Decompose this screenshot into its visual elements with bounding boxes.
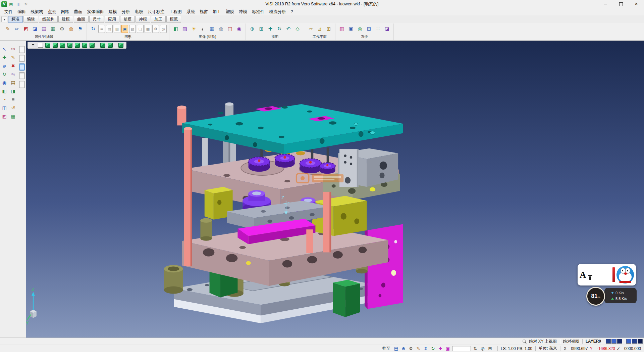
- tab-overflow-button[interactable]: [1, 16, 7, 22]
- view-mode-button[interactable]: 绝对 XY 上视图: [528, 339, 557, 344]
- measure-icon[interactable]: [1, 62, 8, 70]
- palette-side-icon[interactable]: [1, 113, 8, 120]
- quick-save-icon[interactable]: [8, 1, 14, 7]
- report-icon[interactable]: [1, 104, 8, 112]
- undo-history-icon[interactable]: [9, 104, 17, 112]
- notebook-icon[interactable]: [9, 79, 17, 86]
- lighting-icon[interactable]: [190, 25, 198, 33]
- shadow-icon[interactable]: [199, 25, 207, 33]
- menu-item[interactable]: 文件: [2, 8, 15, 15]
- wireframe-board-icon[interactable]: [98, 25, 105, 33]
- view-slot-icon[interactable]: [19, 55, 25, 62]
- surface-box-icon[interactable]: [9, 87, 17, 95]
- menu-item[interactable]: 编辑: [15, 8, 28, 15]
- target-status-icon[interactable]: [480, 346, 486, 352]
- zoom-window-icon[interactable]: [257, 25, 265, 33]
- quick-window-icon[interactable]: [16, 1, 21, 7]
- previous-view-icon[interactable]: [284, 25, 292, 33]
- view-cube-bottom-icon[interactable]: [82, 43, 87, 48]
- section-view-icon[interactable]: [226, 25, 234, 33]
- delete-icon[interactable]: [9, 62, 17, 70]
- menu-item[interactable]: 建模: [106, 8, 119, 15]
- layer-color-swatch[interactable]: [638, 339, 643, 344]
- red-filter-icon[interactable]: [22, 25, 30, 33]
- menu-item[interactable]: 塑膜: [223, 8, 236, 15]
- model-olive-boss[interactable]: [200, 218, 212, 241]
- layer-color-swatch[interactable]: [632, 339, 637, 344]
- menu-item[interactable]: 系统: [184, 8, 197, 15]
- compass-icon[interactable]: [1, 96, 8, 103]
- view-slot-icon[interactable]: [19, 46, 25, 53]
- tab[interactable]: 加工: [151, 16, 166, 23]
- layer-color-swatch[interactable]: [626, 339, 631, 344]
- workplane-grid-icon[interactable]: [325, 25, 333, 33]
- view-cube-iso3-icon[interactable]: [108, 43, 113, 48]
- layers-side-icon[interactable]: [9, 113, 17, 120]
- workplane-axes-icon[interactable]: [316, 25, 324, 33]
- modify-attributes-icon[interactable]: [4, 25, 12, 33]
- view-cube-right-icon[interactable]: [60, 43, 65, 48]
- tab[interactable]: 模流: [166, 16, 181, 23]
- color-table-icon[interactable]: [338, 25, 346, 33]
- save-status-icon[interactable]: [393, 346, 399, 352]
- close-button[interactable]: [629, 0, 644, 8]
- redraw-icon[interactable]: [89, 25, 97, 33]
- menu-item[interactable]: 实体编辑: [85, 8, 106, 15]
- mirror-icon[interactable]: [9, 71, 17, 78]
- workplane-icon[interactable]: [307, 25, 315, 33]
- refresh-status-icon[interactable]: [430, 346, 436, 352]
- tab[interactable]: 尺寸: [89, 16, 104, 23]
- world-icon[interactable]: [356, 25, 364, 33]
- blue-filter-icon[interactable]: [31, 25, 39, 33]
- copy-attributes-icon[interactable]: [13, 25, 21, 33]
- color-palette-icon[interactable]: [67, 25, 75, 33]
- updown-icon[interactable]: [472, 346, 478, 352]
- tab[interactable]: 冲模: [136, 16, 150, 23]
- attribute-settings-icon[interactable]: [58, 25, 66, 33]
- tab[interactable]: 建模: [58, 16, 73, 23]
- solid-box-icon[interactable]: [1, 87, 8, 95]
- menu-item[interactable]: 冲模: [236, 8, 250, 15]
- menu-item[interactable]: 分析: [119, 8, 132, 15]
- view-cube-left-icon[interactable]: [67, 43, 72, 48]
- menu-item[interactable]: 模流分析: [267, 8, 288, 15]
- tab[interactable]: 编辑: [23, 16, 38, 23]
- view-cube-iso-icon[interactable]: [90, 43, 95, 48]
- view-cube-dynamic-icon[interactable]: [118, 43, 123, 48]
- menu-item[interactable]: 工程图: [167, 8, 184, 15]
- tab[interactable]: 曲面: [74, 16, 89, 23]
- layer-color-swatch[interactable]: [611, 339, 616, 344]
- model-canvas[interactable]: Z Z Y: [26, 41, 644, 338]
- model-salmon-post-left[interactable]: [184, 127, 192, 266]
- hidden-line-board-icon[interactable]: [106, 25, 113, 33]
- view-slot-icon[interactable]: [19, 72, 25, 79]
- layer-color-swatch[interactable]: [606, 339, 611, 344]
- shading-board-icon[interactable]: [114, 25, 120, 33]
- absolute-view-button[interactable]: 绝对视图: [562, 339, 580, 344]
- snap-point-icon[interactable]: [1, 79, 8, 86]
- active-layer-name[interactable]: LAYER0: [585, 339, 602, 344]
- rendered-board-icon[interactable]: [129, 25, 136, 33]
- snap-count-badge[interactable]: [423, 346, 429, 352]
- viewport[interactable]: Z Z Y: [26, 41, 644, 338]
- menu-item[interactable]: 点云: [46, 8, 59, 15]
- quick-search-field[interactable]: [452, 346, 471, 351]
- zoom-all-icon[interactable]: [248, 25, 256, 33]
- entity-filter-icon[interactable]: [49, 25, 57, 33]
- texture-icon[interactable]: [181, 25, 189, 33]
- menu-item[interactable]: 电极: [132, 8, 146, 15]
- grid-config-icon[interactable]: [365, 25, 373, 33]
- minimize-button[interactable]: [598, 0, 613, 8]
- render-photo-icon[interactable]: [235, 25, 243, 33]
- search-icon[interactable]: [522, 339, 527, 344]
- tab[interactable]: 标准: [8, 16, 23, 23]
- select-arrow-icon[interactable]: [1, 45, 8, 53]
- shaded-mode-icon[interactable]: [121, 25, 128, 33]
- view-cube-back-icon[interactable]: [75, 43, 80, 48]
- quick-refresh-icon[interactable]: [23, 1, 29, 7]
- pan-view-icon[interactable]: [266, 25, 274, 33]
- view-cube-front-icon[interactable]: [53, 43, 58, 48]
- edit-status-icon[interactable]: [415, 346, 421, 352]
- rotate-view-icon[interactable]: [275, 25, 283, 33]
- view-slot-icon[interactable]: [19, 81, 25, 88]
